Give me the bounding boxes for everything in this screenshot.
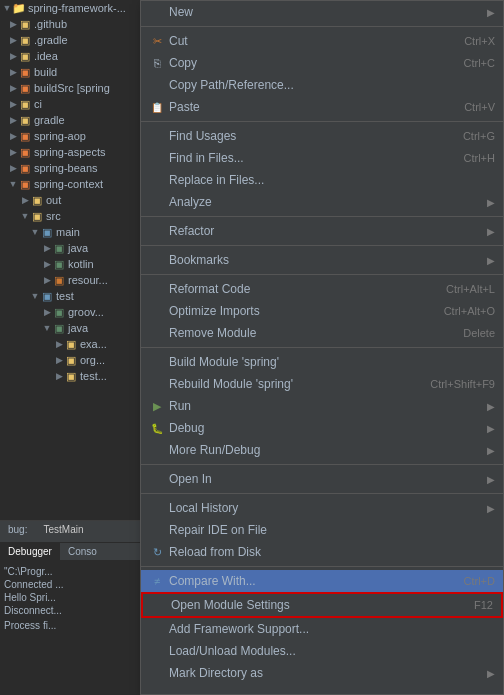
reload-icon: ↻ [149,544,165,560]
menu-local-history[interactable]: Local History ▶ [141,497,503,519]
menu-analyze[interactable]: Analyze ▶ [141,191,503,213]
debug-line-1: Connected ... [4,578,136,591]
menu-bookmarks[interactable]: Bookmarks ▶ [141,249,503,271]
menu-reformat[interactable]: Reformat Code Ctrl+Alt+L [141,278,503,300]
menu-open-in[interactable]: Open In ▶ [141,468,503,490]
menu-copy-label: Copy [169,56,444,70]
tree-java1[interactable]: ▶ ▣ java [0,240,140,256]
build-icon [149,354,165,370]
menu-run-label: Run [169,399,483,413]
tree-spring-context[interactable]: ▼ ▣ spring-context [0,176,140,192]
menu-copy-path[interactable]: Copy Path/Reference... [141,74,503,96]
menu-repair-ide[interactable]: Repair IDE on File [141,519,503,541]
compare-shortcut: Ctrl+D [464,575,495,587]
project-root[interactable]: ▼ 📁 spring-framework-... [0,0,140,16]
file-tree: ▼ 📁 spring-framework-... ▶ ▣ .github ▶ ▣… [0,0,140,695]
context-menu: New ▶ ✂ Cut Ctrl+X ⎘ Copy Ctrl+C Copy Pa… [140,0,504,695]
menu-run[interactable]: ▶ Run ▶ [141,395,503,417]
menu-refactor-label: Refactor [169,224,483,238]
module-settings-shortcut: F12 [474,599,493,611]
reformat-icon [149,281,165,297]
tree-github[interactable]: ▶ ▣ .github [0,16,140,32]
tab-testmain[interactable]: TestMain [35,521,91,542]
tree-spring-beans[interactable]: ▶ ▣ spring-beans [0,160,140,176]
replace-icon [149,172,165,188]
tree-test[interactable]: ▼ ▣ test [0,288,140,304]
menu-rebuild-label: Rebuild Module 'spring' [169,377,410,391]
tree-java2[interactable]: ▼ ▣ java [0,320,140,336]
tree-resources[interactable]: ▶ ▣ resour... [0,272,140,288]
tree-src[interactable]: ▼ ▣ src [0,208,140,224]
tree-spring-aop[interactable]: ▶ ▣ spring-aop [0,128,140,144]
menu-load-unload[interactable]: Load/Unload Modules... [141,640,503,662]
bookmarks-arrow: ▶ [487,255,495,266]
tree-out[interactable]: ▶ ▣ out [0,192,140,208]
tree-groovy[interactable]: ▶ ▣ groov... [0,304,140,320]
debug-line-0: "C:\Progr... [4,565,136,578]
menu-compare-with[interactable]: ≠ Compare With... Ctrl+D [141,570,503,592]
new-icon [149,4,165,20]
local-history-icon [149,500,165,516]
tab-bug[interactable]: bug: [0,521,35,542]
optimize-icon [149,303,165,319]
tree-spring-aspects[interactable]: ▶ ▣ spring-aspects [0,144,140,160]
menu-debug-label: Debug [169,421,483,435]
project-title: spring-framework-... [28,2,126,14]
paste-shortcut: Ctrl+V [464,101,495,113]
debug-icon: 🐛 [149,420,165,436]
menu-cut[interactable]: ✂ Cut Ctrl+X [141,30,503,52]
menu-open-module[interactable]: Open Module Settings F12 [141,592,503,618]
tree-test2[interactable]: ▶ ▣ test... [0,368,140,384]
find-in-files-icon [149,150,165,166]
debug-arrow: ▶ [487,423,495,434]
menu-find-in-files[interactable]: Find in Files... Ctrl+H [141,147,503,169]
rebuild-shortcut: Ctrl+Shift+F9 [430,378,495,390]
separator-6 [141,347,503,348]
tree-exa[interactable]: ▶ ▣ exa... [0,336,140,352]
menu-reload-label: Reload from Disk [169,545,495,559]
tree-build[interactable]: ▶ ▣ build [0,64,140,80]
add-framework-icon [149,621,165,637]
copy-path-icon [149,77,165,93]
refactor-icon [149,223,165,239]
menu-find-in-files-label: Find in Files... [169,151,444,165]
remove-module-icon [149,325,165,341]
separator-8 [141,493,503,494]
tree-gradle[interactable]: ▶ ▣ .gradle [0,32,140,48]
menu-remove-module[interactable]: Remove Module Delete [141,322,503,344]
tab-console[interactable]: Conso [60,543,105,560]
debug-panel: bug: TestMain Debugger Conso "C:\Progr..… [0,520,140,695]
menu-refactor[interactable]: Refactor ▶ [141,220,503,242]
tree-idea[interactable]: ▶ ▣ .idea [0,48,140,64]
load-unload-icon [149,643,165,659]
tree-ci[interactable]: ▶ ▣ ci [0,96,140,112]
tree-main[interactable]: ▼ ▣ main [0,224,140,240]
menu-debug[interactable]: 🐛 Debug ▶ [141,417,503,439]
refactor-arrow: ▶ [487,226,495,237]
menu-new[interactable]: New ▶ [141,1,503,23]
menu-mark-directory[interactable]: Mark Directory as ▶ [141,662,503,684]
menu-reload[interactable]: ↻ Reload from Disk [141,541,503,563]
tree-buildsrc[interactable]: ▶ ▣ buildSrc [spring [0,80,140,96]
menu-copy-path-label: Copy Path/Reference... [169,78,495,92]
remove-module-shortcut: Delete [463,327,495,339]
tree-gradle2[interactable]: ▶ ▣ gradle [0,112,140,128]
debug-content: "C:\Progr... Connected ... Hello Spri...… [0,561,140,636]
tree-kotlin[interactable]: ▶ ▣ kotlin [0,256,140,272]
menu-find-usages[interactable]: Find Usages Ctrl+G [141,125,503,147]
menu-replace-label: Replace in Files... [169,173,495,187]
menu-add-framework[interactable]: Add Framework Support... [141,618,503,640]
menu-paste[interactable]: 📋 Paste Ctrl+V [141,96,503,118]
menu-more-run[interactable]: More Run/Debug ▶ [141,439,503,461]
more-run-arrow: ▶ [487,445,495,456]
menu-rebuild[interactable]: Rebuild Module 'spring' Ctrl+Shift+F9 [141,373,503,395]
find-in-files-shortcut: Ctrl+H [464,152,495,164]
menu-optimize[interactable]: Optimize Imports Ctrl+Alt+O [141,300,503,322]
menu-build[interactable]: Build Module 'spring' [141,351,503,373]
menu-copy[interactable]: ⎘ Copy Ctrl+C [141,52,503,74]
menu-replace[interactable]: Replace in Files... [141,169,503,191]
run-arrow: ▶ [487,401,495,412]
tree-org[interactable]: ▶ ▣ org... [0,352,140,368]
tab-debugger[interactable]: Debugger [0,543,60,560]
menu-build-label: Build Module 'spring' [169,355,495,369]
